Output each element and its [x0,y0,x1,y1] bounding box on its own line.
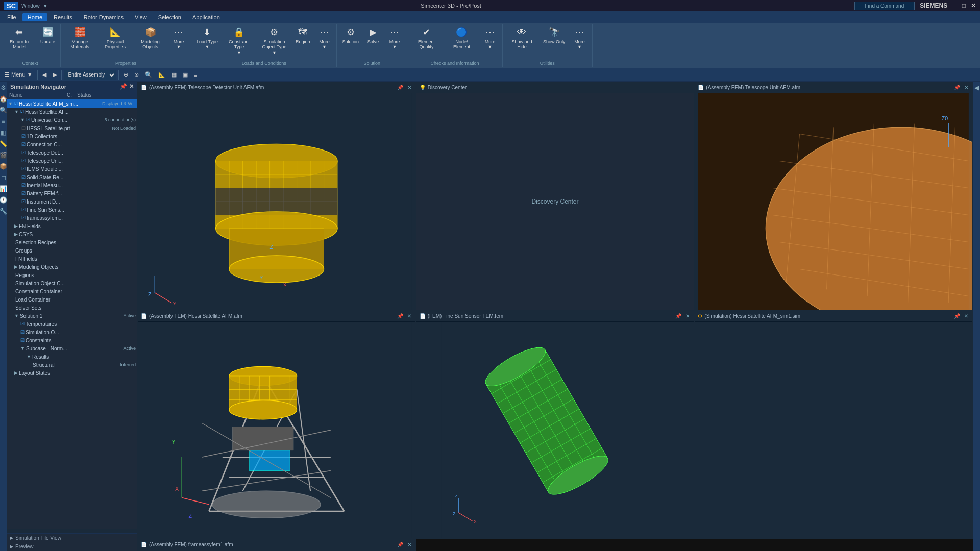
viewport-telescope-unit[interactable]: 📄 (Assembly FEM) Telescope Unit AFM.afm … [694,82,973,310]
menu-results[interactable]: Results [48,13,78,21]
tree-item-solid-state[interactable]: ☑ Solid State Re... [7,173,137,181]
toolbar-icon3[interactable]: 🔍 [142,70,155,79]
toggle-fn-fields[interactable]: ▶ [14,223,18,229]
vp1-close-btn[interactable]: ✕ [406,85,412,90]
tree-item-modeling-objects[interactable]: ▶ Modeling Objects [7,263,137,271]
sidebar-header-controls[interactable]: 📌 ✕ [120,83,134,90]
viewport-discovery[interactable]: 💡 Discovery Center Discovery Center [416,82,695,310]
find-command[interactable]: Find a Command [854,2,915,10]
check-inertial[interactable]: ☑ [21,183,26,188]
toggle-layout[interactable]: ▶ [14,370,18,375]
check-frameassy[interactable]: ☑ [21,215,26,220]
vp3-close-btn[interactable]: ✕ [406,313,412,319]
check-satellite[interactable]: ☑ [20,109,24,114]
toggle-universal[interactable]: ▼ [20,117,25,122]
sidebar-close-icon[interactable]: ✕ [129,83,134,90]
check-fine-sun[interactable]: ☑ [21,207,26,212]
tree-item-regions[interactable]: Regions [7,271,137,279]
tree-item-inertial[interactable]: ☑ Inertial Measu... [7,181,137,189]
ribbon-btn-show-only[interactable]: 🔭 Show Only [540,26,569,46]
sidebar-footer-preview[interactable]: ▶ Preview [7,542,137,551]
ribbon-btn-show-hide[interactable]: 👁 Show and Hide [505,26,539,52]
tree-item-iems[interactable]: ☑ IEMS Module ... [7,165,137,173]
ribbon-btn-more-loads[interactable]: ⋯ More ▼ [314,26,334,52]
menu-home[interactable]: Home [22,13,47,21]
ribbon-btn-constraint-type[interactable]: 🔒 Constraint Type ▼ [222,26,256,57]
tree-item-hessi-prt[interactable]: ☐ HESSI_Satellite.prt Not Loaded [7,124,137,132]
tree-item-1d-collectors[interactable]: ☑ 1D Collectors [7,132,137,140]
tree-item-connection[interactable]: ☑ Connection C... [7,140,137,148]
vp4-close-btn[interactable]: ✕ [963,85,969,90]
ribbon-btn-modeling-objects[interactable]: 📦 Modeling Objects [133,26,167,52]
tree-item-solver-sets[interactable]: Solver Sets [7,304,137,312]
left-icon-shape[interactable]: ◻ [0,172,8,183]
vp6-pin-btn[interactable]: 📌 [953,313,961,319]
toggle-satellite[interactable]: ▼ [14,109,19,114]
menu-application[interactable]: Application [187,13,225,21]
vp7-close-btn[interactable]: ✕ [406,542,412,547]
menu-selection[interactable]: Selection [153,13,186,21]
toolbar-forward[interactable]: ▶ [50,70,59,79]
check-instrument[interactable]: ☑ [21,199,26,204]
tree-item-sim-o[interactable]: ☑ Simulation O... [7,328,137,336]
viewport-fine-sun-sensor[interactable]: 📄 (FEM) Fine Sun Sensor FEM.fem 📌 ✕ [416,310,695,539]
tree-item-selection-recipes[interactable]: Selection Recipes [7,238,137,246]
vp6-close-btn[interactable]: ✕ [963,313,969,319]
tree-item-sim-object-c[interactable]: Simulation Object C... [7,279,137,287]
ribbon-btn-node-element[interactable]: 🔵 Node/ Element [445,26,479,52]
ribbon-btn-physical-properties[interactable]: 📐 Physical Properties [98,26,132,52]
tree-item-layout-states[interactable]: ▶ Layout States [7,369,137,377]
toggle-modeling[interactable]: ▶ [14,264,18,269]
tree-item-telescope-uni[interactable]: ☑ Telescope Uni... [7,157,137,165]
viewport-hessi-satellite[interactable]: 📄 (Assembly FEM) Hessi Satellite AFM.afm… [137,310,416,539]
check-telescope-det[interactable]: ☑ [21,150,26,155]
ribbon-btn-region[interactable]: 🗺 Region [292,26,313,46]
check-root[interactable]: ☑ [14,101,18,106]
ribbon-btn-load-type[interactable]: ⬇ Load Type ▼ [193,26,221,52]
vp4-pin-btn[interactable]: 📌 [953,85,961,90]
left-icon-layers[interactable]: ◧ [0,128,8,138]
ribbon-btn-solve[interactable]: ▶ Solve [363,26,383,46]
ribbon-btn-more-utilities[interactable]: ⋯ More ▼ [570,26,590,52]
sidebar-content[interactable]: ▼ ☑ Hessi Satellite AFM_sim... Displayed… [7,99,137,529]
ribbon-btn-more-properties[interactable]: ⋯ More ▼ [168,26,189,52]
sidebar-footer-sim-file[interactable]: ▶ Simulation File View [7,534,137,542]
check-temperatures[interactable]: ☑ [20,321,24,327]
tree-item-load-container[interactable]: Load Container [7,295,137,304]
check-constraints[interactable]: ☑ [20,338,24,343]
check-connection[interactable]: ☑ [21,142,26,147]
ribbon-btn-simulation-object-type[interactable]: ⚙ Simulation Object Type ▼ [257,26,291,57]
check-universal[interactable]: ☑ [26,117,30,122]
window-max[interactable]: □ [962,2,966,9]
viewport-telescope-detector[interactable]: 📄 (Assembly FEM) Telescope Detector Unit… [137,82,416,310]
tree-item-instrument[interactable]: ☑ Instrument D... [7,197,137,206]
tree-item-frameassy[interactable]: ☑ frameassyfem... [7,214,137,222]
sidebar-hscrollbar[interactable] [7,529,137,533]
check-battery[interactable]: ☑ [21,191,26,196]
toggle-results[interactable]: ▼ [27,354,31,359]
tree-item-solution1[interactable]: ▼ Solution 1 Active [7,312,137,320]
check-iems[interactable]: ☑ [21,166,26,171]
toggle-root[interactable]: ▼ [8,101,13,106]
vp7-pin-btn[interactable]: 📌 [396,542,404,547]
right-icon-1[interactable]: ◀ [973,83,980,93]
tree-item-telescope-det[interactable]: ☑ Telescope Det... [7,148,137,157]
menu-view[interactable]: View [130,13,152,21]
tree-item-fine-sun[interactable]: ☑ Fine Sun Sens... [7,206,137,214]
toggle-csys[interactable]: ▶ [14,232,18,237]
ribbon-btn-update[interactable]: 🔄 Update [37,26,58,46]
vp3-pin-btn[interactable]: 📌 [396,313,404,319]
check-sim-o[interactable]: ☑ [20,330,24,335]
tree-item-fn-fields2[interactable]: FN Fields [7,255,137,263]
title-bar-icons[interactable]: ▼ [43,3,48,9]
window-min[interactable]: ─ [952,2,957,9]
tree-item-subcase[interactable]: ▼ Subcase - Norm... Active [7,344,137,353]
vp1-pin-btn[interactable]: 📌 [396,85,404,90]
ribbon-btn-more-checks[interactable]: ⋯ More ▼ [480,26,500,52]
vp5-pin-btn[interactable]: 📌 [674,313,682,319]
toolbar-icon4[interactable]: 📐 [156,70,168,79]
toolbar-assembly-select[interactable]: Entire Assembly [64,70,116,80]
tree-item-battery[interactable]: ☑ Battery FEM.f... [7,189,137,197]
tree-item-constraint-container[interactable]: Constraint Container [7,287,137,295]
tree-item-csys[interactable]: ▶ CSYS [7,230,137,238]
